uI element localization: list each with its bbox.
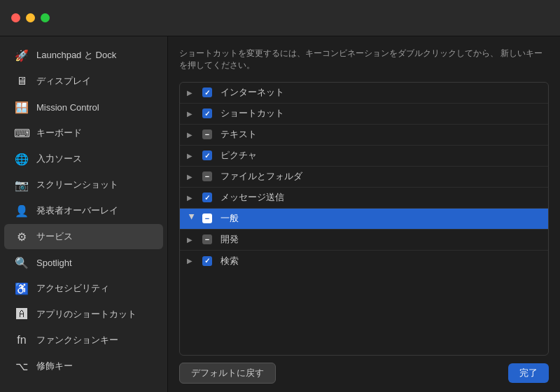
table-row[interactable]: ▶一般	[180, 209, 548, 230]
launchpad-icon: 🚀	[14, 48, 29, 63]
function-keys-icon: fn	[14, 332, 29, 348]
minimize-button[interactable]	[26, 13, 35, 22]
chevron-icon: ▶	[187, 131, 197, 139]
accessibility-icon: ♿	[14, 281, 29, 296]
keyboard-icon: ⌨	[14, 125, 29, 141]
close-button[interactable]	[11, 13, 20, 22]
sidebar-item-label: スクリーンショット	[36, 178, 118, 191]
traffic-lights	[11, 13, 50, 22]
chevron-icon: ▶	[188, 214, 196, 223]
chevron-icon: ▶	[187, 152, 197, 160]
table-row[interactable]: ▶ピクチャ	[180, 146, 548, 167]
title-bar	[0, 0, 560, 36]
sidebar-item-spotlight[interactable]: 🔍Spotlight	[4, 250, 163, 275]
checkbox-dash-icon	[202, 130, 212, 139]
display-icon: 🖥	[14, 74, 29, 89]
sidebar: 🚀Launchpad と Dock🖥ディスプレイ🪟Mission Control…	[0, 36, 168, 392]
sidebar-item-keyboard[interactable]: ⌨キーボード	[4, 120, 163, 146]
table-row[interactable]: ▶メッセージ送信	[180, 188, 548, 209]
checkbox-checked-icon	[202, 150, 212, 160]
sidebar-item-label: キーボード	[36, 127, 82, 139]
table-row[interactable]: ▶検索	[180, 251, 548, 272]
done-button[interactable]: 完了	[508, 363, 549, 383]
app-shortcuts-icon: 🅰	[14, 307, 29, 322]
sidebar-item-mission-control[interactable]: 🪟Mission Control	[4, 94, 163, 120]
fullscreen-button[interactable]	[41, 13, 50, 22]
checkbox-checked-icon	[202, 88, 212, 97]
sidebar-item-accessibility[interactable]: ♿アクセシビリティ	[4, 276, 163, 301]
row-label: ショートカット	[220, 107, 541, 120]
sidebar-item-label: サービス	[36, 230, 73, 243]
sidebar-item-label: アクセシビリティ	[36, 282, 109, 295]
sidebar-item-screenshot[interactable]: 📷スクリーンショット	[4, 172, 163, 197]
sidebar-item-label: 発表者オーバーレイ	[36, 204, 118, 217]
row-label: 検索	[220, 255, 541, 267]
chevron-icon: ▶	[187, 110, 197, 118]
sidebar-item-label: Spotlight	[36, 258, 72, 268]
back-arrow[interactable]	[64, 17, 69, 20]
sidebar-item-label: 入力ソース	[36, 153, 82, 165]
table-row[interactable]: ▶開発	[180, 230, 548, 251]
spotlight-icon: 🔍	[14, 255, 29, 270]
row-label: メッセージ送信	[220, 191, 541, 204]
table-row[interactable]: ▶ファイルとフォルダ	[180, 167, 548, 188]
row-label: ピクチャ	[220, 149, 541, 162]
forward-arrow[interactable]	[74, 17, 79, 20]
checkbox-dash-icon	[202, 214, 212, 223]
sidebar-item-label: ディスプレイ	[36, 75, 91, 88]
checkbox-cell[interactable]	[201, 233, 214, 246]
row-label: 一般	[220, 212, 541, 225]
checkbox-cell[interactable]	[201, 212, 214, 225]
sidebar-item-launchpad[interactable]: 🚀Launchpad と Dock	[4, 43, 163, 68]
checkbox-checked-icon	[202, 256, 212, 266]
reset-button[interactable]: デフォルトに戻す	[179, 363, 276, 384]
checkbox-cell[interactable]	[201, 149, 214, 162]
row-label: インターネット	[220, 86, 541, 99]
input-source-icon: 🌐	[14, 151, 29, 167]
sidebar-item-label: 修飾キー	[36, 360, 73, 372]
checkbox-dash-icon	[202, 172, 212, 181]
screenshot-icon: 📷	[14, 177, 29, 192]
checkbox-cell[interactable]	[201, 107, 214, 120]
sidebar-item-services[interactable]: ⚙サービス	[4, 224, 163, 249]
content-area: ショートカットを変更するには、キーコンビネーションをダブルクリックしてから、 新…	[168, 36, 560, 392]
chevron-icon: ▶	[187, 173, 197, 181]
checkbox-checked-icon	[202, 108, 212, 118]
mission-control-icon: 🪟	[14, 99, 29, 115]
sidebar-item-label: ファンクションキー	[36, 334, 118, 346]
main-content: 🚀Launchpad と Dock🖥ディスプレイ🪟Mission Control…	[0, 36, 560, 392]
chevron-icon: ▶	[187, 257, 197, 265]
nav-arrows	[64, 17, 79, 20]
bottom-bar: デフォルトに戻す 完了	[179, 363, 549, 384]
sidebar-item-label: Mission Control	[36, 102, 99, 113]
table-row[interactable]: ▶ショートカット	[180, 104, 548, 125]
row-label: ファイルとフォルダ	[220, 170, 541, 183]
modifier-keys-icon: ⌥	[14, 358, 29, 374]
chevron-icon: ▶	[187, 194, 197, 202]
checkbox-checked-icon	[202, 192, 212, 202]
sidebar-item-display[interactable]: 🖥ディスプレイ	[4, 69, 163, 94]
chevron-icon: ▶	[187, 236, 197, 244]
row-label: テキスト	[220, 128, 541, 141]
checkbox-dash-icon	[202, 234, 212, 244]
row-label: 開発	[220, 233, 541, 246]
checkbox-cell[interactable]	[201, 255, 214, 267]
services-icon: ⚙	[14, 229, 29, 244]
checkbox-cell[interactable]	[201, 86, 214, 99]
presenter-overlay-icon: 👤	[14, 203, 29, 218]
sidebar-item-presenter-overlay[interactable]: 👤発表者オーバーレイ	[4, 198, 163, 223]
sidebar-item-function-keys[interactable]: fnファンクションキー	[4, 328, 163, 353]
sidebar-item-label: Launchpad と Dock	[36, 49, 116, 62]
sidebar-item-app-shortcuts[interactable]: 🅰アプリのショートカット	[4, 302, 163, 327]
hint-text: ショートカットを変更するには、キーコンビネーションをダブルクリックしてから、 新…	[179, 48, 549, 72]
sidebar-item-label: アプリのショートカット	[36, 308, 136, 321]
table-row[interactable]: ▶インターネット	[180, 83, 548, 104]
chevron-icon: ▶	[187, 89, 197, 97]
sidebar-item-input-source[interactable]: 🌐入力ソース	[4, 146, 163, 172]
checkbox-cell[interactable]	[201, 191, 214, 204]
checkbox-cell[interactable]	[201, 170, 214, 183]
table-row[interactable]: ▶テキスト	[180, 125, 548, 146]
shortcut-table: ▶インターネット▶ショートカット▶テキスト▶ピクチャ▶ファイルとフォルダ▶メッセ…	[179, 82, 549, 356]
checkbox-cell[interactable]	[201, 128, 214, 141]
sidebar-item-modifier-keys[interactable]: ⌥修飾キー	[4, 354, 163, 379]
